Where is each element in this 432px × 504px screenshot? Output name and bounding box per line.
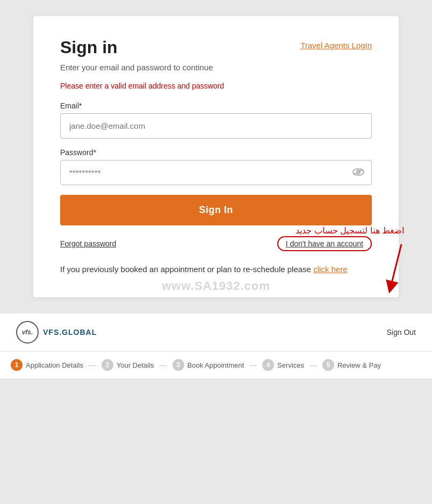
step-label-2: Your Details [117,361,154,369]
toggle-password-icon[interactable] [352,167,364,178]
watermark: www.SA1932.com [162,279,270,293]
step-separator-1: — [89,361,96,369]
step-label-4: Services [277,361,304,369]
sign-in-button[interactable]: Sign In [60,195,372,225]
links-row: Forgot password I don't have an account [60,236,372,251]
password-label: Password* [60,148,372,157]
error-message: Please enter a valid email address and p… [60,81,372,92]
reschedule-text: If you previously booked an appointment … [60,263,372,276]
step-item-2: 2Your Details [102,359,154,371]
click-here-link[interactable]: click here [313,265,347,274]
sign-out-link[interactable]: Sign Out [387,328,416,337]
subtitle: Enter your email and password to continu… [60,62,372,73]
step-separator-3: — [249,361,257,369]
step-number-3: 3 [172,359,184,371]
step-label-1: Application Details [26,361,83,369]
vfs-logo: vfs. VFS.GLOBAL [16,321,97,344]
footer-logo-row: vfs. VFS.GLOBAL Sign Out [0,313,432,352]
step-item-3: 3Book Appointment [172,359,244,371]
page-wrapper: Sign in Travel Agents LogIn Enter your e… [0,0,432,504]
step-separator-2: — [160,361,167,369]
arabic-annotation: اضغط هنا لتسجيل حساب جديد [296,225,404,236]
travel-agents-link[interactable]: Travel Agents LogIn [300,41,372,50]
steps-bar: 1Application Details—2Your Details—3Book… [0,352,432,378]
step-item-4: 4Services [262,359,304,371]
login-card: Sign in Travel Agents LogIn Enter your e… [33,16,399,297]
password-input[interactable] [60,160,372,185]
svg-line-1 [391,244,401,287]
step-number-1: 1 [11,359,23,371]
forgot-password-link[interactable]: Forgot password [60,239,116,248]
step-number-5: 5 [322,359,334,371]
card-header: Sign in Travel Agents LogIn [60,38,372,57]
step-label-3: Book Appointment [188,361,244,369]
vfs-brand-text: VFS.GLOBAL [43,328,97,337]
email-label: Email* [60,101,372,110]
step-number-2: 2 [102,359,113,371]
page-title: Sign in [60,38,118,57]
password-wrapper [60,160,372,185]
email-input[interactable] [60,113,372,138]
arrow-annotation [385,242,428,295]
step-item-1: 1Application Details [11,359,83,371]
step-item-5: 5Review & Pay [322,359,381,371]
step-label-5: Review & Pay [337,361,381,369]
footer: vfs. VFS.GLOBAL Sign Out 1Application De… [0,313,432,378]
vfs-logo-circle: vfs. [16,321,39,344]
no-account-link[interactable]: I don't have an account [277,236,372,251]
step-separator-4: — [309,361,317,369]
step-number-4: 4 [262,359,274,371]
